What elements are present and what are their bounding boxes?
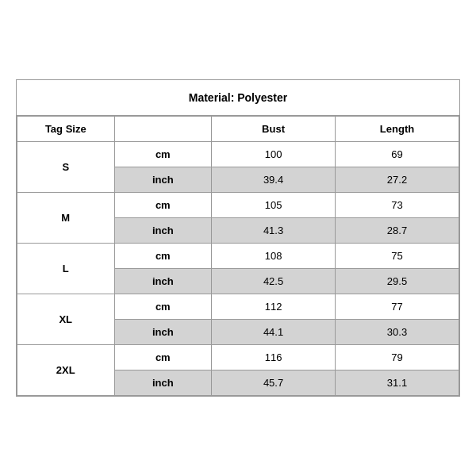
table-row: 2XL cm 116 79: [17, 345, 459, 370]
tag-size-label: 2XL: [17, 345, 115, 396]
tag-size-label: M: [17, 193, 115, 244]
unit-inch: inch: [114, 320, 212, 345]
table-row: M cm 105 73: [17, 193, 459, 218]
length-inch: 28.7: [336, 218, 459, 244]
header-length: Length: [336, 117, 459, 142]
length-inch: 30.3: [336, 320, 459, 345]
bust-inch: 41.3: [212, 218, 336, 244]
bust-cm: 105: [212, 193, 336, 218]
length-inch: 27.2: [336, 167, 459, 193]
unit-inch: inch: [114, 167, 212, 193]
header-row: Tag Size Bust Length: [17, 117, 459, 142]
bust-inch: 39.4: [212, 167, 336, 193]
chart-title: Material: Polyester: [17, 80, 459, 116]
length-cm: 69: [336, 142, 459, 167]
length-inch: 29.5: [336, 269, 459, 294]
table-row: L cm 108 75: [17, 244, 459, 269]
unit-cm: cm: [114, 294, 212, 320]
bust-cm: 108: [212, 244, 336, 269]
size-table: Tag Size Bust Length S cm 100 69 inch 39…: [17, 116, 459, 396]
unit-inch: inch: [114, 269, 212, 294]
length-cm: 73: [336, 193, 459, 218]
table-row: S cm 100 69: [17, 142, 459, 167]
tag-size-label: L: [17, 244, 115, 294]
bust-inch: 44.1: [212, 320, 336, 345]
unit-cm: cm: [114, 193, 212, 218]
header-tag-size: Tag Size: [17, 117, 115, 142]
table-row: XL cm 112 77: [17, 294, 459, 320]
bust-cm: 116: [212, 345, 336, 370]
length-inch: 31.1: [336, 370, 459, 396]
length-cm: 79: [336, 345, 459, 370]
tag-size-label: S: [17, 142, 115, 193]
bust-inch: 45.7: [212, 370, 336, 396]
length-cm: 75: [336, 244, 459, 269]
unit-cm: cm: [114, 244, 212, 269]
tag-size-label: XL: [17, 294, 115, 345]
unit-cm: cm: [114, 345, 212, 370]
unit-inch: inch: [114, 370, 212, 396]
bust-cm: 100: [212, 142, 336, 167]
size-chart: Material: Polyester Tag Size Bust Length…: [16, 79, 460, 397]
bust-cm: 112: [212, 294, 336, 320]
bust-inch: 42.5: [212, 269, 336, 294]
header-bust: Bust: [212, 117, 336, 142]
unit-cm: cm: [114, 142, 212, 167]
unit-inch: inch: [114, 218, 212, 244]
length-cm: 77: [336, 294, 459, 320]
header-unit: [114, 117, 212, 142]
